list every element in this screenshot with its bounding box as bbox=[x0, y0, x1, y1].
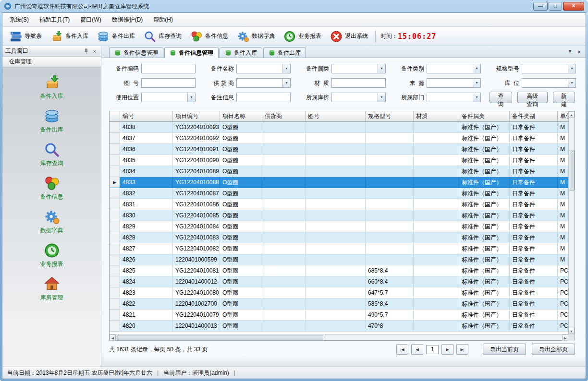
table-cell[interactable]: O型圈 bbox=[220, 144, 262, 155]
document-tab[interactable]: 备件出库 bbox=[263, 48, 306, 58]
table-cell[interactable]: 标准件（国产） bbox=[459, 177, 510, 188]
table-cell[interactable] bbox=[262, 243, 306, 254]
table-cell[interactable]: 685*8.4 bbox=[366, 265, 414, 276]
table-cell[interactable]: 4829 bbox=[120, 221, 173, 232]
table-row[interactable]: 4825YG12204010081O型圈685*8.4标准件（国产）日常备件PC bbox=[110, 265, 575, 276]
table-cell[interactable]: 标准件（国产） bbox=[459, 321, 510, 332]
table-cell[interactable] bbox=[306, 298, 366, 310]
close-button[interactable]: × bbox=[563, 2, 584, 11]
table-cell[interactable]: 4826 bbox=[120, 254, 173, 265]
sidebar-nav-item[interactable]: 备件出库 bbox=[23, 108, 81, 134]
field-input[interactable] bbox=[142, 93, 187, 102]
table-cell[interactable]: 490*5.7 bbox=[366, 310, 414, 321]
chevron-down-icon[interactable]: ▾ bbox=[473, 64, 480, 73]
sidebar-nav-item[interactable]: 备件信息 bbox=[23, 175, 81, 201]
query-button[interactable]: 查询 bbox=[490, 92, 512, 103]
document-tab[interactable]: 备件信息管理 bbox=[109, 48, 163, 58]
export-current-page-button[interactable]: 导出当前页 bbox=[483, 344, 526, 355]
menu-item[interactable]: 窗口(W) bbox=[75, 13, 106, 26]
field-control[interactable]: ▾ bbox=[427, 64, 481, 73]
row-selector[interactable] bbox=[110, 155, 120, 166]
column-header[interactable]: 规格型号 bbox=[366, 111, 414, 121]
table-cell[interactable] bbox=[262, 210, 306, 221]
table-cell[interactable] bbox=[366, 144, 414, 155]
field-input[interactable] bbox=[237, 93, 290, 102]
table-row[interactable]: 4828YG12204010083O型圈标准件（国产）日常备件M bbox=[110, 232, 575, 243]
table-cell[interactable]: O型圈 bbox=[220, 133, 262, 144]
column-header[interactable]: 供货商 bbox=[262, 111, 306, 121]
table-cell[interactable]: 日常备件 bbox=[510, 321, 558, 332]
field-control[interactable]: ▾ bbox=[236, 93, 291, 102]
table-cell[interactable] bbox=[414, 155, 459, 166]
table-cell[interactable]: YG12204010083 bbox=[173, 232, 220, 243]
table-cell[interactable]: YG12204010090 bbox=[173, 155, 220, 166]
table-cell[interactable]: YG12204010089 bbox=[173, 166, 220, 177]
table-cell[interactable]: 日常备件 bbox=[510, 232, 558, 243]
table-cell[interactable] bbox=[262, 321, 306, 332]
table-cell[interactable]: O型圈 bbox=[220, 232, 262, 243]
field-control[interactable]: ▾ bbox=[427, 78, 481, 88]
field-control[interactable]: ▾ bbox=[331, 93, 386, 102]
table-cell[interactable] bbox=[366, 210, 414, 221]
row-selector[interactable] bbox=[110, 276, 120, 287]
table-cell[interactable] bbox=[366, 122, 414, 133]
table-cell[interactable]: 585*8.4 bbox=[366, 298, 414, 310]
table-cell[interactable]: YG12204010092 bbox=[173, 133, 220, 144]
table-row[interactable]: 48261220401000599O型圈标准件（国产）日常备件M bbox=[110, 254, 575, 265]
table-cell[interactable]: 647*5.7 bbox=[366, 287, 414, 298]
table-cell[interactable] bbox=[366, 243, 414, 254]
table-cell[interactable] bbox=[306, 166, 366, 177]
table-cell[interactable]: 标准件（国产） bbox=[459, 188, 510, 199]
table-cell[interactable] bbox=[262, 298, 306, 310]
table-cell[interactable]: 日常备件 bbox=[510, 265, 558, 276]
table-cell[interactable]: YG12204010086 bbox=[173, 199, 220, 210]
vertical-scroll-thumb[interactable] bbox=[569, 150, 575, 190]
field-input[interactable] bbox=[522, 79, 568, 87]
chevron-down-icon[interactable]: ▾ bbox=[473, 93, 480, 102]
table-cell[interactable] bbox=[262, 155, 306, 166]
table-cell[interactable]: 标准件（国产） bbox=[459, 133, 510, 144]
table-cell[interactable] bbox=[414, 243, 459, 254]
sidebar-nav-item[interactable]: 库房管理 bbox=[23, 276, 81, 302]
field-control[interactable]: ▾ bbox=[331, 78, 386, 88]
table-cell[interactable] bbox=[262, 133, 306, 144]
table-cell[interactable] bbox=[262, 265, 306, 276]
table-cell[interactable]: 标准件（国产） bbox=[459, 144, 510, 155]
column-header[interactable]: 备件类别 bbox=[510, 111, 558, 121]
table-cell[interactable]: 1220401400013 bbox=[173, 321, 220, 332]
chevron-down-icon[interactable]: ▾ bbox=[568, 79, 576, 87]
table-cell[interactable] bbox=[262, 287, 306, 298]
table-cell[interactable] bbox=[366, 177, 414, 188]
table-cell[interactable]: 4820 bbox=[120, 321, 173, 332]
table-cell[interactable]: 标准件（国产） bbox=[459, 221, 510, 232]
table-cell[interactable]: 标准件（国产） bbox=[459, 122, 510, 133]
table-cell[interactable]: 470*8 bbox=[366, 321, 414, 332]
table-cell[interactable]: 日常备件 bbox=[510, 166, 558, 177]
table-cell[interactable]: 1220401002700 bbox=[173, 298, 220, 310]
table-cell[interactable]: O型圈 bbox=[220, 254, 262, 265]
menu-item[interactable]: 帮助(H) bbox=[148, 13, 178, 26]
table-cell[interactable]: O型圈 bbox=[220, 287, 262, 298]
table-cell[interactable] bbox=[414, 221, 459, 232]
sidebar-nav-item[interactable]: 备件入库 bbox=[23, 74, 81, 100]
next-page-button[interactable]: ▶ bbox=[441, 344, 453, 355]
field-control[interactable]: ▾ bbox=[427, 93, 481, 102]
column-header[interactable]: 编号 bbox=[120, 111, 173, 121]
field-input[interactable] bbox=[142, 79, 195, 87]
field-input[interactable] bbox=[427, 93, 473, 102]
field-control[interactable]: ▾ bbox=[236, 78, 291, 88]
table-cell[interactable]: O型圈 bbox=[220, 166, 262, 177]
table-cell[interactable] bbox=[306, 177, 366, 188]
table-cell[interactable] bbox=[414, 199, 459, 210]
title-bar[interactable]: 广州爱奇迪软件科技有限公司-深田之星仓库管理系统 — □ × bbox=[2, 0, 586, 12]
toolbar-button[interactable]: 备件出库 bbox=[93, 28, 139, 45]
table-cell[interactable]: O型圈 bbox=[220, 199, 262, 210]
table-cell[interactable]: YG12204010082 bbox=[173, 243, 220, 254]
table-cell[interactable] bbox=[306, 144, 366, 155]
table-cell[interactable]: 日常备件 bbox=[510, 298, 558, 310]
row-selector[interactable] bbox=[110, 243, 120, 254]
table-cell[interactable] bbox=[306, 210, 366, 221]
scroll-right-icon[interactable]: ▶ bbox=[562, 334, 568, 341]
sidebar-group-title[interactable]: 仓库管理 bbox=[2, 57, 101, 67]
table-cell[interactable]: O型圈 bbox=[220, 177, 262, 188]
